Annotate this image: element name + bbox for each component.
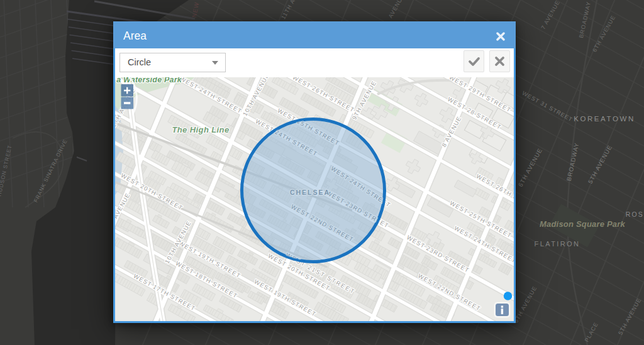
svg-text:FLATIRON: FLATIRON [535,240,580,248]
svg-text:Madison Square Park: Madison Square Park [540,219,626,229]
svg-text:ROSE: ROSE [626,211,644,218]
svg-text:a Waterside Park: a Waterside Park [116,77,182,84]
svg-text:The High Line: The High Line [172,125,229,134]
svg-text:CHELSEA: CHELSEA [290,189,330,196]
svg-text:KOREATOWN: KOREATOWN [574,115,635,123]
